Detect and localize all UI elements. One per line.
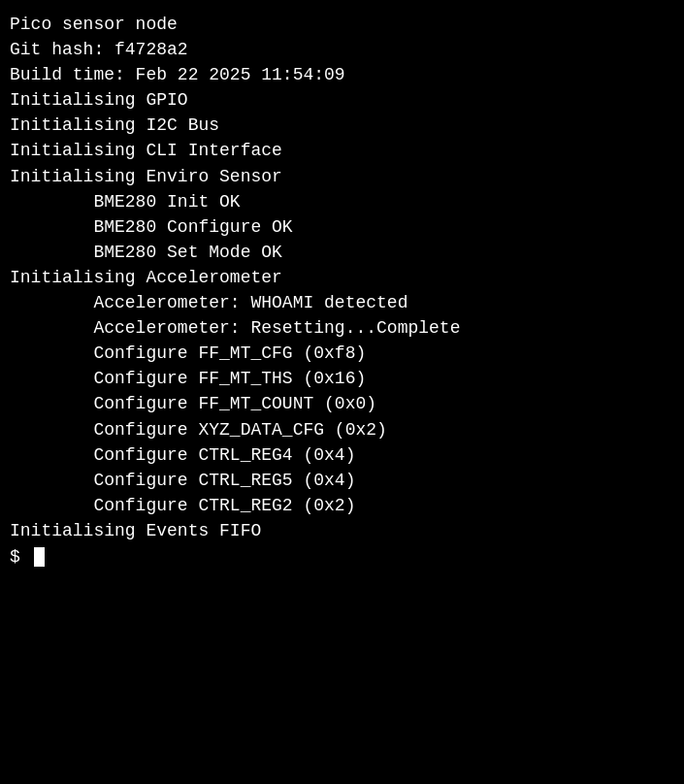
terminal-line: Initialising CLI Interface bbox=[10, 138, 674, 163]
terminal-line: Configure CTRL_REG2 (0x2) bbox=[10, 493, 674, 518]
terminal-line: BME280 Init OK bbox=[10, 189, 674, 214]
terminal-line: Initialising I2C Bus bbox=[10, 113, 674, 138]
terminal-line: Git hash: f4728a2 bbox=[10, 37, 674, 62]
terminal-line: Configure FF_MT_THS (0x16) bbox=[10, 366, 674, 391]
terminal-line: Configure FF_MT_COUNT (0x0) bbox=[10, 391, 674, 416]
terminal-line: Accelerometer: WHOAMI detected bbox=[10, 290, 674, 315]
cursor bbox=[34, 547, 45, 567]
prompt-line: $ bbox=[10, 547, 674, 567]
terminal-line: Initialising Events FIFO bbox=[10, 518, 674, 543]
terminal-line: BME280 Configure OK bbox=[10, 214, 674, 240]
terminal-line: Pico sensor node bbox=[10, 12, 674, 37]
terminal-line: Configure CTRL_REG5 (0x4) bbox=[10, 468, 674, 493]
terminal-line: Initialising GPIO bbox=[10, 87, 674, 113]
terminal-line: Configure XYZ_DATA_CFG (0x2) bbox=[10, 417, 674, 442]
terminal-line: Configure CTRL_REG4 (0x4) bbox=[10, 442, 674, 468]
terminal-line: Initialising Accelerometer bbox=[10, 265, 674, 290]
prompt-symbol: $ bbox=[10, 547, 31, 567]
terminal-line: Configure FF_MT_CFG (0xf8) bbox=[10, 341, 674, 366]
terminal-line: Build time: Feb 22 2025 11:54:09 bbox=[10, 62, 674, 87]
terminal-line: Initialising Enviro Sensor bbox=[10, 164, 674, 189]
terminal-line: Accelerometer: Resetting...Complete bbox=[10, 315, 674, 341]
terminal-window: Pico sensor nodeGit hash: f4728a2Build t… bbox=[0, 0, 684, 784]
terminal-output: Pico sensor nodeGit hash: f4728a2Build t… bbox=[10, 12, 674, 543]
terminal-line: BME280 Set Mode OK bbox=[10, 240, 674, 265]
